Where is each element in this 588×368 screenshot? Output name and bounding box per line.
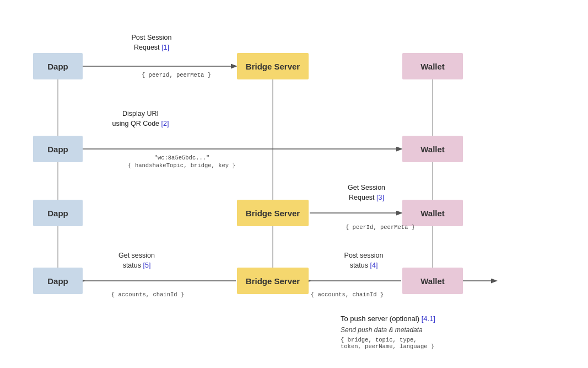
dapp-node-2: Dapp xyxy=(33,136,83,162)
bridge-node-2: Bridge Server xyxy=(237,200,309,226)
sublabel-1: { peerId, peerMeta } xyxy=(121,72,231,78)
sublabel-5: { accounts, chainId } xyxy=(93,291,203,298)
step3-label: Get SessionRequest [3] xyxy=(331,183,402,202)
wallet-node-1: Wallet xyxy=(402,53,463,79)
bridge-node-1: Bridge Server xyxy=(237,53,309,79)
dapp-node-4: Dapp xyxy=(33,268,83,294)
diagram: Dapp Dapp Dapp Dapp Bridge Server Bridge… xyxy=(0,0,588,368)
sublabel-2a: "wc:8a5e5bdc..." xyxy=(110,154,253,161)
sublabel-4: { accounts, chainId } xyxy=(292,291,402,298)
dapp-node-1: Dapp xyxy=(33,53,83,79)
push-data-label: { bridge, topic, type,token, peerName, l… xyxy=(341,337,528,350)
dapp-node-3: Dapp xyxy=(33,200,83,226)
sublabel-2b: { handshakeTopic, bridge, key } xyxy=(102,162,262,169)
sublabel-3: { peerId, peerMeta } xyxy=(331,224,430,231)
wallet-node-2: Wallet xyxy=(402,136,463,162)
step2-label: Display URIusing QR Code [2] xyxy=(102,109,179,129)
step1-label: Post SessionRequest [1] xyxy=(118,33,185,52)
step4-label: Post sessionstatus [4] xyxy=(328,251,400,270)
wallet-node-3: Wallet xyxy=(402,200,463,226)
step5-label: Get sessionstatus [5] xyxy=(104,251,170,270)
push-server-label: To push server (optional) [4.1] Send pus… xyxy=(341,313,435,335)
wallet-node-4: Wallet xyxy=(402,268,463,294)
bridge-node-3: Bridge Server xyxy=(237,268,309,294)
